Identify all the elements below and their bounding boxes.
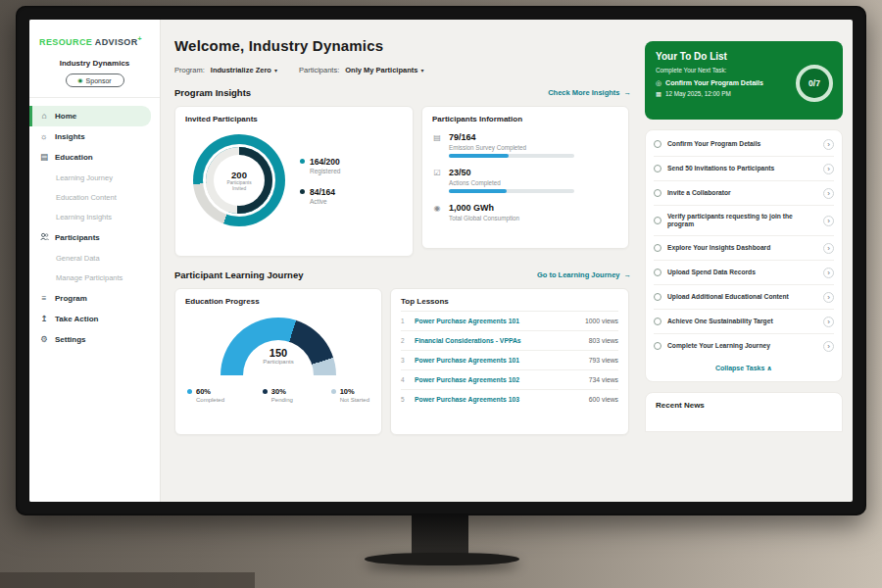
program-insights-title: Program Insights	[174, 87, 251, 98]
lesson-views: 734 views	[589, 376, 618, 383]
sidebar-item-manage-participants[interactable]: Manage Participants	[29, 269, 160, 288]
todo-task-row[interactable]: Upload Spend Data Records ›	[654, 261, 834, 285]
program-filter-value: Industrialize Zero	[211, 66, 271, 74]
book-icon: ▤	[39, 153, 49, 162]
todo-task-row[interactable]: Send 50 Invitations to Participants ›	[654, 157, 834, 181]
todo-task-row[interactable]: Complete Your Learning Journey ›	[654, 334, 834, 358]
lesson-link[interactable]: Power Purchase Agreements 102	[415, 376, 582, 383]
legend-value: 30%	[271, 387, 293, 396]
legend-dot-active	[300, 189, 305, 194]
todo-header-card: Your To Do List Complete Your Next Task:…	[645, 41, 843, 120]
participants-filter-value: Only My Participants	[345, 66, 417, 74]
donut-center-label: Participants Invited	[221, 180, 257, 192]
participants-filter-dropdown[interactable]: Only My Participants ▾	[345, 66, 423, 74]
calendar-icon: ▦	[656, 90, 662, 97]
task-status-icon	[654, 269, 662, 276]
location-pin-icon: ◉	[432, 204, 442, 224]
donut-legend: 164/200 Registered 84/164 Active	[300, 157, 340, 205]
task-status-icon	[654, 217, 662, 224]
todo-next-task: ◎ Confirm Your Program Details	[656, 79, 783, 86]
collapse-tasks-link[interactable]: Collapse Tasks ∧	[654, 358, 834, 376]
invited-participants-card-title: Invited Participants	[185, 115, 403, 123]
legend-dot-completed	[187, 389, 192, 394]
stat-label: Actions Completed	[449, 179, 574, 186]
todo-panel: Your To Do List Complete Your Next Task:…	[641, 20, 853, 502]
sidebar-item-education-content[interactable]: Education Content	[29, 187, 160, 207]
todo-next-task-due-label: 12 May 2025, 12:00 PM	[665, 90, 731, 97]
go-to-learning-journey-link[interactable]: Go to Learning Journey →	[537, 270, 631, 279]
lesson-link[interactable]: Power Purchase Agreements 101	[415, 318, 578, 324]
checklist-icon: ☑	[432, 169, 442, 193]
participants-information-card: Participants Information ▤ 79/164 Emissi…	[421, 106, 629, 249]
todo-title: Your To Do List	[656, 51, 832, 62]
invited-participants-donut-chart: 200 Participants Invited	[193, 134, 285, 226]
list-icon: ≡	[39, 294, 49, 303]
logo-advisor: ADVISOR	[95, 37, 138, 47]
sidebar-item-settings[interactable]: ⚙ Settings	[29, 329, 160, 350]
lesson-row: 2 Financial Considerations - VPPAs 803 v…	[401, 331, 618, 351]
legend-label: Pending	[271, 397, 293, 403]
sidebar-item-learning-journey[interactable]: Learning Journey	[29, 168, 160, 187]
learning-journey-title: Participant Learning Journey	[174, 270, 303, 280]
lesson-row: 3 Power Purchase Agreements 101 793 view…	[401, 351, 618, 370]
page-title: Welcome, Industry Dynamics	[174, 37, 631, 54]
education-progress-legend: 60% Completed 30% Pending	[185, 377, 371, 403]
sidebar-item-insights[interactable]: ☼ Insights	[29, 126, 160, 147]
sidebar-item-label: Participants	[55, 233, 100, 242]
todo-task-row[interactable]: Upload Additional Educational Content ›	[654, 285, 834, 310]
sidebar-item-label: Education	[55, 153, 93, 162]
program-filter-label: Program:	[174, 66, 205, 74]
sidebar-item-learning-insights[interactable]: Learning Insights	[29, 207, 160, 226]
home-icon: ⌂	[39, 112, 49, 121]
check-more-insights-label: Check More Insights	[548, 88, 619, 97]
lesson-link[interactable]: Power Purchase Agreements 101	[415, 357, 582, 364]
sidebar-item-label: Home	[55, 112, 76, 121]
sidebar-item-label: Program	[55, 294, 87, 303]
sponsor-label: Sponsor	[86, 77, 112, 84]
task-status-icon	[654, 293, 662, 301]
chevron-down-icon: ▾	[274, 67, 277, 74]
todo-task-row[interactable]: Confirm Your Program Details ›	[654, 132, 834, 157]
learning-journey-cards: Education Progress 150 Participants	[174, 288, 631, 435]
stat-row-emission-survey: ▤ 79/164 Emission Survey Completed	[432, 132, 618, 158]
gauge-center-value: 150	[220, 347, 336, 359]
sidebar-item-participants[interactable]: Participants	[29, 226, 160, 249]
sidebar-item-take-action[interactable]: ↥ Take Action	[29, 309, 160, 329]
lesson-link[interactable]: Financial Considerations - VPPAs	[415, 337, 582, 344]
actions-progress-track	[449, 189, 574, 193]
stat-label: Total Global Consumption	[449, 215, 519, 221]
sidebar-item-program[interactable]: ≡ Program	[29, 288, 160, 309]
program-filter-dropdown[interactable]: Industrialize Zero ▾	[211, 66, 277, 74]
chevron-right-icon: ›	[823, 188, 834, 199]
participants-filter-label: Participants:	[299, 66, 339, 74]
todo-task-row[interactable]: Invite a Collaborator ›	[654, 181, 834, 206]
sidebar-item-general-data[interactable]: General Data	[29, 249, 160, 269]
todo-task-row[interactable]: Achieve One Sustainability Target ›	[654, 310, 834, 334]
task-status-icon	[654, 189, 662, 197]
monitor-screen: RESOURCE ADVISOR+ Industry Dynamics ◉ Sp…	[29, 20, 853, 502]
sponsor-badge: ◉ Sponsor	[66, 74, 124, 87]
legend-item-pending: 30% Pending	[263, 387, 293, 403]
gauge-arc	[220, 318, 336, 433]
sidebar-divider	[29, 97, 160, 98]
emission-survey-progress-track	[449, 154, 574, 158]
sidebar-item-home[interactable]: ⌂ Home	[29, 106, 151, 126]
participants-information-card-title: Participants Information	[432, 115, 618, 123]
chevron-down-icon: ▾	[420, 67, 423, 74]
todo-task-row[interactable]: Explore Your Insights Dashboard ›	[654, 236, 834, 261]
donut-center: 200 Participants Invited	[217, 158, 262, 203]
lesson-views: 793 views	[589, 357, 618, 364]
gauge-center-label: Participants	[220, 359, 336, 365]
bulb-icon: ☼	[39, 132, 49, 141]
stat-value: 23/50	[449, 168, 574, 177]
sidebar-item-education[interactable]: ▤ Education	[29, 147, 160, 168]
chevron-right-icon: ›	[823, 164, 834, 174]
legend-item-not-started: 10% Not Started	[331, 387, 369, 403]
task-status-icon	[654, 318, 662, 325]
legend-dot-registered	[300, 159, 305, 164]
chevron-right-icon: ›	[823, 292, 834, 303]
legend-dot-pending	[263, 389, 268, 394]
check-more-insights-link[interactable]: Check More Insights →	[548, 88, 631, 97]
todo-task-row[interactable]: Verify participants requesting to join t…	[654, 206, 834, 236]
lesson-link[interactable]: Power Purchase Agreements 103	[415, 396, 582, 403]
